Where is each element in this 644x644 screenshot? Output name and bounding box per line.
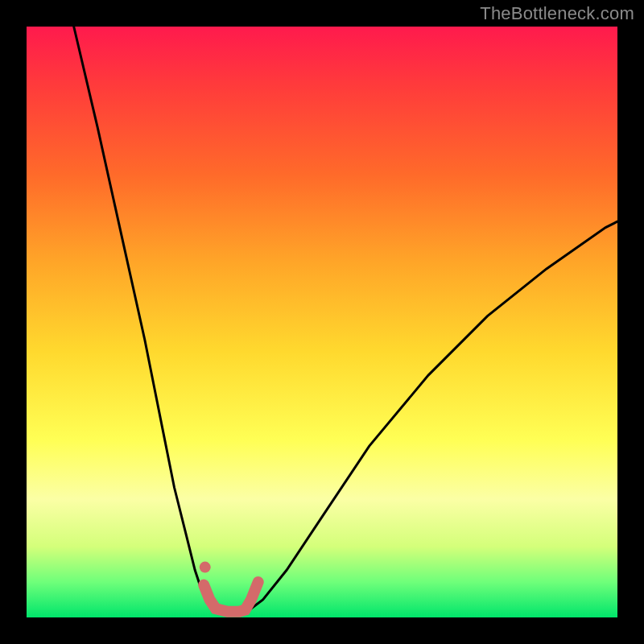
left-curve bbox=[74, 27, 213, 610]
chart-svg bbox=[27, 27, 617, 617]
right-curve bbox=[251, 221, 617, 609]
chart-frame: TheBottleneck.com bbox=[0, 0, 644, 644]
bottom-accent-curve bbox=[204, 582, 258, 612]
watermark-text: TheBottleneck.com bbox=[480, 3, 634, 24]
marker-dot bbox=[200, 562, 211, 573]
